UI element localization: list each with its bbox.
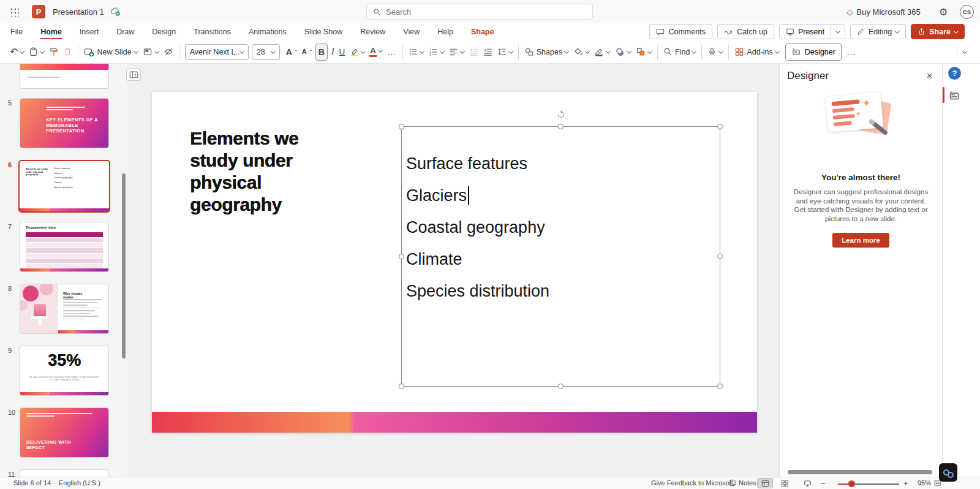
font-name-select[interactable]: Avenir Next L.. xyxy=(185,44,249,60)
comments-button[interactable]: Comments xyxy=(649,24,712,39)
editing-mode-button[interactable]: Editing xyxy=(850,24,906,39)
align-button[interactable] xyxy=(447,44,467,61)
share-button[interactable]: Share xyxy=(911,24,965,39)
find-button[interactable]: Find xyxy=(661,44,698,61)
feedback-link[interactable]: Give Feedback to Microsoft xyxy=(651,479,733,487)
settings-gear-icon[interactable]: ⚙ xyxy=(939,6,948,18)
list-item[interactable]: Surface features xyxy=(406,148,549,180)
zoom-level[interactable]: 95% xyxy=(918,479,931,487)
add-ins-button[interactable]: Add-ins xyxy=(732,44,781,61)
resize-handle-nw[interactable] xyxy=(399,124,404,129)
search-input[interactable]: Search xyxy=(366,4,593,20)
tab-draw[interactable]: Draw xyxy=(116,25,135,39)
increase-indent-button[interactable] xyxy=(481,44,495,61)
tab-design[interactable]: Design xyxy=(151,25,176,39)
zoom-slider-track[interactable] xyxy=(838,483,899,485)
slide-sorter-view-button[interactable] xyxy=(777,478,793,488)
shape-effects-button[interactable] xyxy=(612,44,633,61)
tab-transitions[interactable]: Transitions xyxy=(193,25,232,39)
bullets-button[interactable] xyxy=(406,44,426,61)
resize-handle-ne[interactable] xyxy=(717,124,723,129)
thumbnail-scrollbar[interactable] xyxy=(122,173,126,358)
learn-more-button[interactable]: Learn more xyxy=(832,233,889,248)
slide-thumbnail-6-selected[interactable]: Elements we study under physical geograp… xyxy=(18,160,110,213)
underline-button[interactable]: U xyxy=(337,44,348,61)
language-selector[interactable]: English (U.S.) xyxy=(59,479,100,487)
undo-button[interactable]: ↶ xyxy=(7,44,26,61)
resize-handle-w[interactable] xyxy=(399,254,404,259)
arrange-button[interactable] xyxy=(633,44,654,61)
tab-home[interactable]: Home xyxy=(40,25,62,39)
slide-thumbnail-9[interactable]: 35% OF AN AUDIENCE'S RETENTION RATE IS A… xyxy=(20,346,109,396)
format-painter-button[interactable] xyxy=(47,44,61,61)
designer-pane-horizontal-scrollbar[interactable] xyxy=(788,470,932,474)
resize-handle-s[interactable] xyxy=(558,384,564,389)
designer-rail-icon[interactable] xyxy=(948,88,962,102)
tab-slide-show[interactable]: Slide Show xyxy=(304,25,344,39)
help-icon[interactable]: ? xyxy=(948,67,961,80)
tab-help[interactable]: Help xyxy=(437,25,454,39)
present-dropdown[interactable] xyxy=(831,25,845,39)
designer-toolbar-button[interactable]: Designer xyxy=(785,44,842,61)
present-button[interactable]: Present xyxy=(780,25,831,39)
dictate-button[interactable] xyxy=(705,44,725,61)
accessibility-widget[interactable] xyxy=(939,463,957,482)
resize-handle-se[interactable] xyxy=(717,384,723,389)
tab-review[interactable]: Review xyxy=(360,25,386,39)
line-spacing-button[interactable] xyxy=(495,44,515,61)
buy-microsoft-365-button[interactable]: ◇ Buy Microsoft 365 xyxy=(847,7,921,17)
zoom-slider-handle[interactable] xyxy=(848,480,855,487)
powerpoint-icon[interactable]: P xyxy=(32,5,45,18)
document-title[interactable]: Presentation 1 xyxy=(53,7,104,17)
selected-text-box[interactable]: Surface features Glaciers Coastal geogra… xyxy=(401,126,720,387)
slideshow-view-button[interactable] xyxy=(799,478,815,488)
slide-thumbnail-8[interactable]: Why visuals matter xyxy=(20,284,109,334)
list-item[interactable]: Coastal geography xyxy=(406,211,549,243)
tab-view[interactable]: View xyxy=(402,25,420,39)
numbering-button[interactable]: 123 xyxy=(426,44,447,61)
app-launcher-icon[interactable] xyxy=(5,4,23,20)
more-toolbar-options-button[interactable]: … xyxy=(844,44,859,61)
slide-thumbnail-5[interactable]: KEY ELEMENTS OF A MEMORABLE PRESENTATION xyxy=(20,98,109,148)
collapse-thumbnail-pane-button[interactable] xyxy=(126,69,141,81)
shrink-font-button[interactable]: Aˇ xyxy=(300,44,314,61)
zoom-out-button[interactable]: − xyxy=(821,479,826,488)
collapse-ribbon-button[interactable] xyxy=(960,44,969,61)
shapes-button[interactable]: Shapes xyxy=(522,44,571,61)
resize-handle-e[interactable] xyxy=(717,254,723,259)
more-font-options-button[interactable]: … xyxy=(385,44,399,61)
highlight-color-button[interactable] xyxy=(347,44,368,61)
slide-thumbnail-11[interactable] xyxy=(20,469,109,477)
paste-button[interactable] xyxy=(26,44,47,61)
tab-shape[interactable]: Shape xyxy=(470,25,495,39)
slide-thumbnail-10[interactable]: DELIVERING WITH IMPACT xyxy=(20,408,109,458)
hide-slide-button[interactable] xyxy=(161,44,176,61)
rotate-handle[interactable] xyxy=(556,110,565,119)
bold-button[interactable]: B xyxy=(315,44,328,61)
text-box-content[interactable]: Surface features Glaciers Coastal geogra… xyxy=(406,148,549,307)
italic-button[interactable]: I xyxy=(329,44,337,61)
catch-up-button[interactable]: Catch up xyxy=(717,24,774,39)
resize-handle-sw[interactable] xyxy=(399,384,404,389)
list-item[interactable]: Species distribution xyxy=(406,275,549,307)
shape-outline-button[interactable] xyxy=(592,44,612,61)
font-size-select[interactable]: 28 xyxy=(252,44,280,60)
close-icon[interactable]: × xyxy=(927,70,932,82)
delete-button[interactable] xyxy=(61,44,75,61)
resize-handle-n[interactable] xyxy=(558,124,564,129)
tab-insert[interactable]: Insert xyxy=(79,25,99,39)
zoom-in-button[interactable]: + xyxy=(903,479,908,488)
grow-font-button[interactable]: Aˆ xyxy=(284,44,300,61)
notes-button[interactable]: Notes xyxy=(729,479,756,487)
list-item[interactable]: Glaciers xyxy=(406,180,549,211)
list-item[interactable]: Climate xyxy=(406,243,549,275)
tab-animations[interactable]: Animations xyxy=(248,25,287,39)
slide-title-text[interactable]: Elements we study under physical geograp… xyxy=(190,127,298,216)
slide-layout-button[interactable] xyxy=(140,44,161,61)
slide-thumbnail-7[interactable]: Engagement data xyxy=(20,222,109,272)
tab-file[interactable]: File xyxy=(10,25,23,39)
slide-thumbnail-4[interactable] xyxy=(20,64,109,89)
normal-view-button[interactable] xyxy=(757,478,773,488)
shape-fill-button[interactable] xyxy=(571,44,592,61)
new-slide-button[interactable]: New Slide xyxy=(81,44,140,61)
